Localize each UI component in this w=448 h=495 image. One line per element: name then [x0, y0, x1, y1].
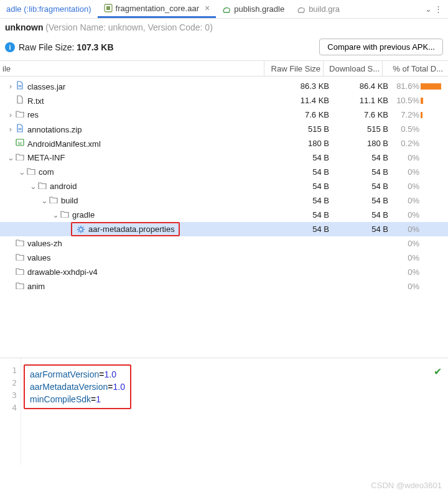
table-row[interactable]: R.txt11.4 KB11.1 KB10.5%: [0, 93, 448, 108]
chevron-icon[interactable]: ⌄: [51, 210, 60, 220]
folder-icon: [15, 267, 25, 275]
pct-bar: [421, 168, 446, 177]
table-row[interactable]: anim0%: [0, 279, 448, 294]
tabs-overflow[interactable]: ⌄ ⋮: [420, 4, 448, 14]
pct-bar: [421, 197, 446, 205]
chevron-icon[interactable]: ›: [6, 110, 15, 119]
table-row[interactable]: ⌄com54 B54 B0%: [0, 165, 448, 179]
download-size: 86.4 KB: [329, 81, 388, 91]
file-name: res: [27, 110, 39, 119]
download-size: 54 B: [329, 153, 388, 162]
apk-size-line: i Raw File Size: 107.3 KB Compare with p…: [0, 36, 448, 60]
pct-bar: [421, 254, 446, 262]
raw-size: 180 B: [270, 139, 329, 148]
folder-icon: [26, 167, 36, 175]
compare-apk-button[interactable]: Compare with previous APK...: [319, 39, 443, 55]
file-name: build: [61, 196, 78, 205]
table-row[interactable]: values-zh0%: [0, 236, 448, 251]
aar-icon: [104, 4, 113, 12]
file-name: aar-metadata.properties: [88, 224, 175, 234]
chevron-icon[interactable]: ›: [6, 124, 15, 134]
pct-bar: [421, 239, 446, 248]
table-header: ile Raw File Size Download S... % of Tot…: [0, 60, 448, 76]
chevron-icon[interactable]: ⌄: [29, 182, 37, 191]
tab-build-gradle[interactable]: build.gra: [291, 0, 346, 18]
pct-bar: [421, 139, 446, 148]
raw-size: 54 B: [270, 210, 329, 220]
apk-version: (Version Name: unknown, Version Code: 0): [43, 22, 212, 32]
table-row[interactable]: aar-metadata.properties54 B54 B0%: [0, 222, 448, 236]
table-row[interactable]: ⌄META-INF54 B54 B0%: [0, 150, 448, 165]
svg-point-8: [79, 228, 83, 231]
svg-rect-3: [19, 86, 22, 87]
table-row[interactable]: ⌄build54 B54 B0%: [0, 193, 448, 208]
pct-value: 0.2%: [388, 139, 419, 148]
chevron-icon[interactable]: ⌄: [40, 196, 49, 205]
file-icon: [15, 95, 25, 104]
col-raw-size[interactable]: Raw File Size: [264, 61, 324, 76]
apk-info-line: unknown (Version Name: unknown, Version …: [0, 19, 448, 36]
pct-bar: [421, 182, 446, 191]
folder-icon: [15, 110, 25, 118]
chevron-icon[interactable]: ⌄: [17, 167, 26, 177]
tab-label: adle (:lib:fragmentation): [6, 4, 91, 14]
table-row[interactable]: ⌄android54 B54 B0%: [0, 179, 448, 193]
table-row[interactable]: drawable-xxhdpi-v40%: [0, 265, 448, 279]
download-size: 180 B: [329, 139, 388, 148]
raw-size: 86.3 KB: [270, 81, 329, 91]
raw-size: 54 B: [270, 182, 329, 191]
table-row[interactable]: values0%: [0, 251, 448, 265]
svg-line-16: [83, 226, 83, 227]
gradle-icon: [222, 5, 231, 14]
download-size: 54 B: [329, 167, 388, 177]
file-name: com: [39, 167, 54, 177]
file-blue-icon: [15, 124, 25, 132]
download-size: 7.6 KB: [329, 110, 388, 119]
tab-fragmentation[interactable]: adle (:lib:fragmentation): [0, 0, 98, 18]
pct-value: 0%: [388, 167, 419, 177]
pct-bar: [421, 111, 446, 119]
properties-editor: 1234 aarFormatVersion=1.0aarMetadataVers…: [0, 358, 448, 465]
file-name: classes.jar: [27, 82, 65, 91]
editor-code[interactable]: aarFormatVersion=1.0aarMetadataVersion=1…: [21, 358, 448, 465]
chevron-icon[interactable]: ⌄: [6, 153, 15, 162]
pct-bar: [421, 154, 446, 162]
close-icon[interactable]: ×: [205, 3, 210, 13]
download-size: 54 B: [329, 210, 388, 220]
file-tree: ›classes.jar86.3 KB86.4 KB81.6%R.txt11.4…: [0, 76, 448, 294]
highlighted-code-box: aarFormatVersion=1.0aarMetadataVersion=1…: [24, 364, 131, 409]
col-pct[interactable]: % of Total D...: [383, 61, 448, 76]
pct-bar: [421, 211, 446, 220]
pct-value: 0%: [388, 239, 419, 248]
raw-size: 54 B: [270, 167, 329, 177]
col-download-size[interactable]: Download S...: [324, 61, 383, 76]
table-row[interactable]: ›classes.jar86.3 KB86.4 KB81.6%: [0, 79, 448, 93]
table-row[interactable]: MAndroidManifest.xml180 B180 B0.2%: [0, 136, 448, 150]
pct-bar: [421, 225, 446, 234]
folder-icon: [15, 253, 25, 261]
folder-icon: [37, 182, 47, 189]
table-row[interactable]: ⌄gradle54 B54 B0%: [0, 208, 448, 222]
file-name: R.txt: [27, 96, 44, 106]
file-name: values-zh: [27, 239, 62, 248]
col-file[interactable]: ile: [0, 61, 264, 76]
apk-name: unknown: [5, 22, 43, 32]
table-row[interactable]: ›res7.6 KB7.6 KB7.2%: [0, 108, 448, 122]
pct-value: 0%: [388, 224, 419, 234]
file-name: values: [27, 253, 51, 262]
file-blue-icon: [15, 81, 25, 90]
pct-value: 0%: [388, 196, 419, 205]
folder-icon: [15, 153, 25, 160]
tab-fragmentation-core[interactable]: fragmentation_core.aar ×: [98, 0, 217, 18]
table-row[interactable]: ›annotations.zip515 B515 B0.5%: [0, 122, 448, 136]
xml-icon: M: [15, 138, 25, 147]
download-size: 515 B: [329, 124, 388, 134]
watermark: CSDN @wdeo3601: [371, 481, 442, 490]
more-icon: ⋮: [434, 4, 443, 14]
chevron-icon[interactable]: ›: [6, 81, 15, 91]
file-name: annotations.zip: [27, 125, 82, 134]
raw-size-text: Raw File Size:: [19, 42, 77, 52]
tabs-bar: adle (:lib:fragmentation) fragmentation_…: [0, 0, 448, 19]
pct-value: 0%: [388, 267, 419, 277]
tab-publish-gradle[interactable]: publish.gradle: [216, 0, 291, 18]
